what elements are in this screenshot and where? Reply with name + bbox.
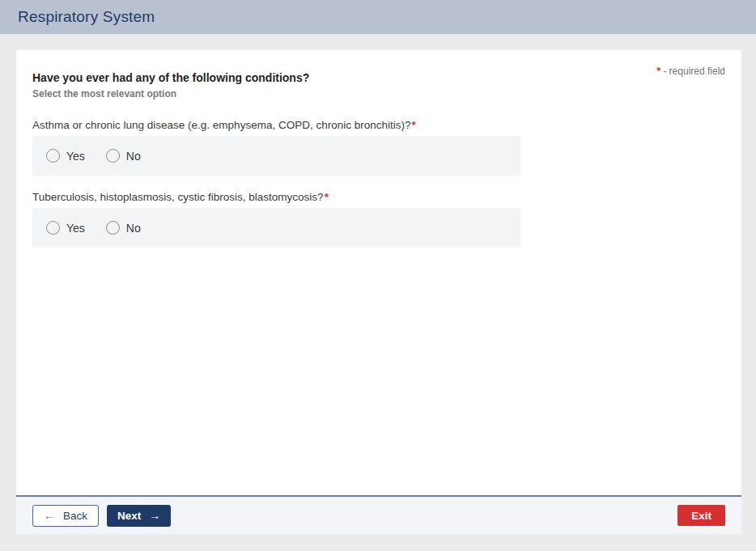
radio-button-icon[interactable] [106, 221, 120, 235]
question-label: Asthma or chronic lung disease (e.g. emp… [32, 119, 725, 131]
required-asterisk: * [325, 191, 329, 203]
required-field-note: *- required field [656, 65, 725, 77]
arrow-right-icon: → [149, 509, 160, 522]
next-button[interactable]: Next → [107, 505, 171, 527]
required-note-text: - required field [663, 66, 725, 77]
form-content: *- required field Have you ever had any … [16, 50, 741, 495]
radio-button-icon[interactable] [46, 221, 60, 235]
option-label-no: No [126, 150, 141, 163]
option-label-yes: Yes [66, 150, 85, 163]
back-button-label: Back [63, 510, 87, 522]
question-tuberculosis: Tuberculosis, histoplasmosis, cystic fib… [32, 191, 725, 248]
question-text: Tuberculosis, histoplasmosis, cystic fib… [32, 191, 324, 203]
question-text: Asthma or chronic lung disease (e.g. emp… [32, 119, 410, 131]
option-label-yes: Yes [66, 222, 85, 235]
option-label-no: No [126, 222, 141, 235]
required-asterisk: * [656, 65, 660, 77]
next-button-label: Next [117, 510, 141, 522]
question-asthma: Asthma or chronic lung disease (e.g. emp… [32, 119, 725, 176]
section-subheading: Select the most relevant option [32, 88, 725, 100]
option-yes[interactable]: Yes [46, 149, 85, 163]
radio-group-asthma: Yes No [32, 136, 520, 176]
arrow-left-icon: ← [44, 509, 55, 522]
page-header: Respiratory System [0, 0, 756, 34]
question-label: Tuberculosis, histoplasmosis, cystic fib… [32, 191, 725, 203]
option-no[interactable]: No [106, 221, 141, 235]
required-asterisk: * [411, 119, 415, 131]
exit-button[interactable]: Exit [677, 505, 725, 526]
radio-group-tuberculosis: Yes No [32, 208, 520, 248]
section-heading: Have you ever had any of the following c… [32, 71, 725, 84]
radio-button-icon[interactable] [106, 149, 120, 163]
back-button[interactable]: ← Back [32, 505, 99, 527]
page-title: Respiratory System [18, 8, 155, 26]
form-card: *- required field Have you ever had any … [16, 50, 741, 534]
radio-button-icon[interactable] [46, 149, 60, 163]
footer-bar: ← Back Next → Exit [16, 495, 741, 534]
option-yes[interactable]: Yes [46, 221, 85, 235]
option-no[interactable]: No [106, 149, 141, 163]
